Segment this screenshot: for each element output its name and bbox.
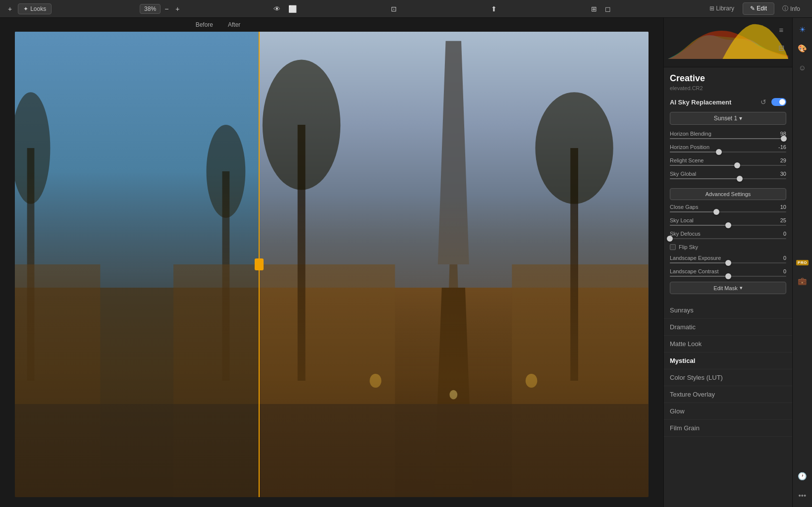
histogram-area: ≡ ⊟ [664,18,792,67]
tab-edit[interactable]: ✎ Edit [743,2,774,15]
before-image [15,32,259,497]
palette-icon[interactable]: 🎨 [795,41,811,56]
right-panel: ≡ ⊟ Creative elevated.CR2 AI Sky Replace… [663,18,792,507]
horizon-position-value: -16 [772,144,786,150]
flip-sky-checkbox[interactable] [670,244,676,250]
feature-list: Sunrays Dramatic Matte Look Mystical Col… [664,302,792,437]
svg-point-5 [207,125,246,218]
preset-selector[interactable]: Sunset 1 ▾ [670,112,786,125]
preset-label: Sunset 1 [714,115,737,122]
chevron-down-icon-2: ▾ [740,285,743,291]
image-container[interactable] [15,32,649,497]
feature-sunrays[interactable]: Sunrays [664,302,792,319]
feature-color-styles[interactable]: Color Styles (LUT) [664,369,792,386]
ai-sky-toggle[interactable] [771,98,786,106]
panel-subtitle: elevated.CR2 [670,85,786,91]
preview-button[interactable]: 👁 [271,3,283,15]
sky-global-track[interactable] [670,178,786,179]
layers-icon[interactable]: ≡ [773,22,789,38]
svg-rect-12 [259,288,649,497]
feature-texture-overlay[interactable]: Texture Overlay [664,386,792,403]
svg-rect-4 [222,171,230,381]
creative-section: Creative elevated.CR2 AI Sky Replacement… [664,67,792,294]
panel-content[interactable]: Creative elevated.CR2 AI Sky Replacement… [664,67,792,507]
close-gaps-label: Close Gaps [670,204,698,210]
sky-defocus-row: Sky Defocus 0 [670,231,786,239]
share-button[interactable]: ⬆ [488,3,500,15]
feature-mystical[interactable]: Mystical [664,353,792,369]
more-icon[interactable]: ••• [795,487,811,503]
canvas-area: Before After [0,18,663,507]
landscape-contrast-row: Landscape Contrast 0 [670,268,786,277]
histogram-icons: ≡ ⊟ [773,22,789,56]
tab-info[interactable]: ⓘ Info [775,2,807,15]
svg-marker-11 [446,264,461,404]
close-gaps-track[interactable] [670,211,786,212]
library-icon: ⊞ [709,5,716,12]
window-controls: ⊞ ◻ [588,3,614,15]
relight-scene-row: Relight Scene 29 [670,157,786,166]
horizon-position-label: Horizon Position [670,144,709,150]
svg-point-22 [526,374,538,388]
feature-matte-look[interactable]: Matte Look [664,336,792,353]
sun-icon[interactable]: ☀ [795,22,811,38]
feature-film-grain[interactable]: Film Grain [664,420,792,437]
before-after-labels: Before After [0,18,663,32]
feature-dramatic[interactable]: Dramatic [664,319,792,336]
horizon-blending-label: Horizon Blending [670,131,711,137]
briefcase-icon[interactable]: 💼 [795,273,811,289]
chevron-down-icon: ▾ [739,115,742,122]
landscape-contrast-track[interactable] [670,276,786,277]
right-sidebar: ☀ 🎨 ☺ PRO 💼 🕐 ••• [792,18,812,507]
options-button[interactable]: ⊞ [588,3,600,15]
view-controls: 👁 ⬜ [271,3,300,15]
svg-rect-6 [15,264,100,497]
ai-sky-header: AI Sky Replacement ↺ [670,97,786,107]
horizon-blending-track[interactable] [670,138,786,139]
crop-button[interactable]: ⊡ [388,3,400,15]
main-content: Before After [0,18,812,507]
zoom-minus-button[interactable]: − [162,3,171,15]
svg-rect-0 [15,32,259,497]
face-icon[interactable]: ☺ [795,59,811,75]
advanced-settings-button[interactable]: Advanced Settings [670,188,786,200]
sky-global-row: Sky Global 30 [670,171,786,179]
svg-rect-7 [173,264,259,497]
histogram-canvas [668,22,788,59]
zoom-plus-button[interactable]: + [172,3,182,15]
landscape-exposure-label: Landscape Exposure [670,255,721,261]
svg-rect-14 [259,264,395,497]
edit-icon: ✎ [750,5,757,12]
horizon-position-track[interactable] [670,152,786,152]
sky-global-value: 30 [772,171,786,177]
relight-scene-track[interactable] [670,165,786,166]
add-button[interactable]: + [5,3,15,15]
looks-button[interactable]: ✦ Looks [18,3,52,14]
sky-defocus-track[interactable] [670,238,786,239]
feature-glow[interactable]: Glow [664,403,792,420]
window-button[interactable]: ◻ [602,3,614,15]
info-icon: ⓘ [782,4,788,13]
tab-library[interactable]: ⊞ Library [702,2,742,15]
pro-badge-icon[interactable]: PRO [795,254,811,270]
svg-rect-20 [259,404,649,497]
sky-local-track[interactable] [670,225,786,226]
nav-tabs: ⊞ Library ✎ Edit ⓘ Info [702,2,807,15]
clock-icon[interactable]: 🕐 [795,468,811,484]
reset-button[interactable]: ↺ [758,97,768,107]
ai-sky-title: AI Sky Replacement [670,99,758,106]
sliders-icon[interactable]: ⊟ [773,40,789,56]
horizon-position-row: Horizon Position -16 [670,144,786,152]
edit-mask-button[interactable]: Edit Mask ▾ [670,282,786,294]
svg-rect-15 [512,264,649,497]
horizon-blending-row: Horizon Blending 98 [670,131,786,139]
compare-button[interactable]: ⬜ [285,3,300,15]
split-divider[interactable] [259,32,260,497]
edit-mask-label: Edit Mask [713,285,737,291]
landscape-exposure-track[interactable] [670,262,786,263]
split-image [15,32,649,497]
relight-scene-value: 29 [772,157,786,163]
svg-point-19 [536,92,613,204]
close-gaps-value: 10 [772,204,786,210]
svg-point-21 [370,374,382,388]
